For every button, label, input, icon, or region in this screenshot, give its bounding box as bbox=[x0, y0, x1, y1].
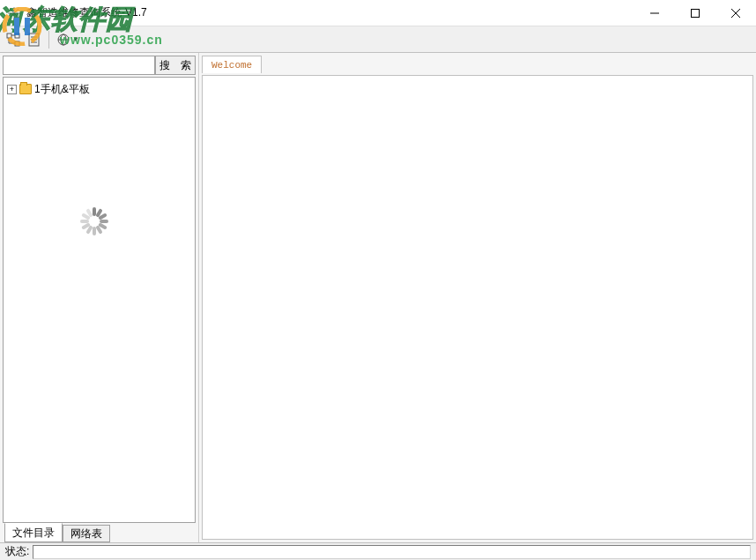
document-icon bbox=[28, 33, 41, 47]
content-area: Welcome bbox=[199, 53, 756, 542]
expand-icon[interactable]: + bbox=[7, 85, 17, 94]
minimize-button[interactable] bbox=[634, 0, 675, 26]
sidebar-tabs: 文件目录 网络表 bbox=[3, 523, 196, 542]
search-button[interactable]: 搜 索 bbox=[155, 56, 196, 75]
tab-welcome[interactable]: Welcome bbox=[202, 56, 262, 73]
statusbar: 状态: bbox=[0, 542, 756, 560]
status-field bbox=[33, 545, 751, 559]
globe-icon bbox=[56, 33, 70, 47]
tree-icon bbox=[6, 33, 20, 47]
tree-item-label: 1手机&平板 bbox=[34, 82, 90, 97]
svg-rect-12 bbox=[15, 34, 19, 38]
search-input[interactable] bbox=[3, 56, 155, 75]
sidebar: 搜 索 + 1手机&平板 文件目录 网络表 bbox=[0, 53, 199, 542]
file-tree[interactable]: + 1手机&平板 bbox=[3, 77, 196, 523]
toolbar-tree-button[interactable] bbox=[4, 30, 23, 49]
toolbar-separator bbox=[48, 31, 49, 49]
tab-file-directory[interactable]: 文件目录 bbox=[4, 523, 63, 542]
svg-rect-13 bbox=[15, 41, 19, 46]
maximize-button[interactable] bbox=[675, 0, 715, 26]
tree-item[interactable]: + 1手机&平板 bbox=[5, 81, 193, 97]
toolbar-globe-dropdown[interactable]: ▼ bbox=[54, 30, 82, 49]
status-label: 状态: bbox=[5, 544, 29, 559]
toolbar: ▼ bbox=[0, 26, 756, 53]
loading-spinner-icon bbox=[78, 205, 110, 237]
tab-net-table[interactable]: 网络表 bbox=[63, 525, 110, 542]
content-tabstrip: Welcome bbox=[202, 56, 753, 75]
content-body bbox=[202, 75, 753, 540]
app-icon bbox=[7, 6, 21, 20]
close-button[interactable] bbox=[715, 0, 756, 26]
toolbar-doc-button[interactable] bbox=[25, 30, 44, 49]
chevron-down-icon: ▼ bbox=[72, 35, 79, 43]
titlebar: 鑫智造维修查询系统-V1.7 bbox=[0, 0, 756, 26]
folder-icon bbox=[19, 84, 32, 94]
svg-rect-11 bbox=[7, 34, 11, 38]
svg-rect-8 bbox=[692, 10, 700, 18]
